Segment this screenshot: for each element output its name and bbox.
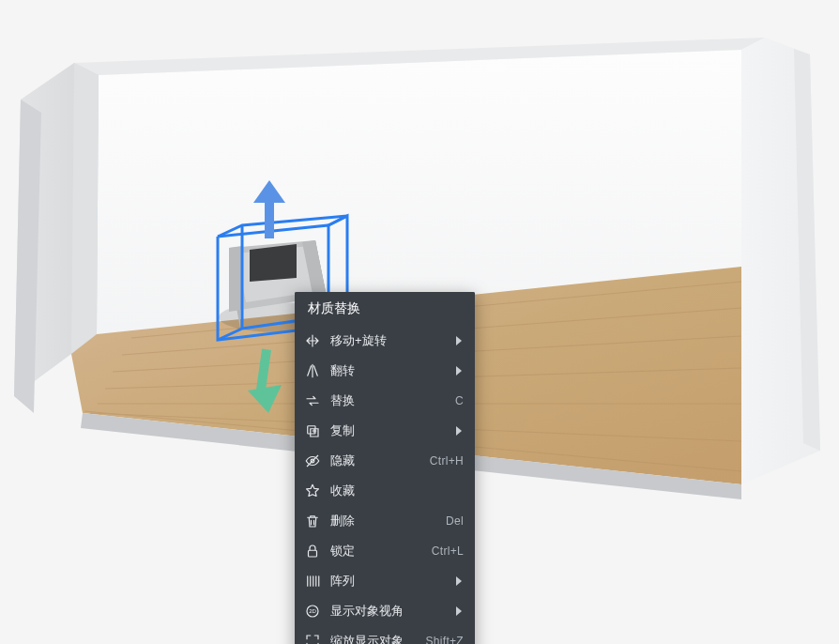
svg-rect-33 bbox=[309, 550, 317, 557]
chevron-right-icon bbox=[456, 365, 464, 376]
zoom-fit-icon bbox=[304, 633, 321, 644]
menu-item-label: 阵列 bbox=[330, 573, 447, 590]
lock-icon bbox=[304, 543, 321, 560]
copy-icon bbox=[304, 422, 321, 439]
menu-item-lock[interactable]: 锁定 Ctrl+L bbox=[295, 536, 475, 566]
menu-item-array[interactable]: 阵列 bbox=[295, 566, 475, 596]
menu-item-label: 显示对象视角 bbox=[330, 603, 447, 620]
chevron-right-icon bbox=[456, 335, 464, 346]
menu-item-shortcut: Shift+Z bbox=[420, 635, 464, 644]
menu-item-label: 收藏 bbox=[330, 483, 411, 499]
svg-marker-22 bbox=[250, 244, 297, 282]
array-icon bbox=[304, 573, 321, 590]
chevron-right-icon bbox=[456, 575, 464, 587]
menu-item-label: 缩放显示对象 bbox=[330, 633, 411, 644]
svg-marker-5 bbox=[71, 63, 99, 354]
menu-item-delete[interactable]: 删除 Del bbox=[295, 506, 475, 536]
menu-item-copy[interactable]: 复制 bbox=[295, 416, 475, 446]
menu-item-label: 隐藏 bbox=[330, 452, 411, 469]
favorite-icon bbox=[304, 483, 321, 499]
menu-item-replace[interactable]: 替换 C bbox=[295, 386, 475, 416]
context-menu-header: 材质替换 bbox=[295, 292, 475, 326]
chevron-right-icon bbox=[456, 606, 464, 617]
menu-item-label: 删除 bbox=[330, 513, 411, 529]
menu-item-shortcut: Del bbox=[420, 514, 464, 528]
menu-item-flip[interactable]: 翻转 bbox=[295, 356, 475, 386]
svg-marker-23 bbox=[229, 246, 242, 312]
hide-icon bbox=[304, 452, 321, 469]
menu-item-label: 复制 bbox=[330, 422, 447, 439]
menu-item-label: 替换 bbox=[330, 392, 411, 409]
svg-text:2D: 2D bbox=[309, 608, 316, 614]
replace-icon bbox=[304, 392, 321, 409]
menu-item-shortcut: Ctrl+L bbox=[420, 544, 464, 558]
flip-icon bbox=[304, 362, 321, 379]
menu-item-label: 移动+旋转 bbox=[330, 332, 447, 349]
menu-item-favorite[interactable]: 收藏 bbox=[295, 476, 475, 506]
menu-item-shortcut: Ctrl+H bbox=[420, 454, 464, 468]
move-rotate-icon bbox=[304, 332, 321, 349]
menu-item-hide[interactable]: 隐藏 Ctrl+H bbox=[295, 446, 475, 476]
svg-rect-26 bbox=[265, 201, 274, 238]
context-menu[interactable]: 材质替换 移动+旋转 翻转 替换 C 复制 隐藏 Ctrl+H bbox=[295, 292, 475, 644]
menu-item-zoom-fit-object[interactable]: 缩放显示对象 Shift+Z bbox=[295, 626, 475, 644]
view-2d-icon: 2D bbox=[304, 603, 321, 620]
menu-item-shortcut: C bbox=[420, 394, 464, 407]
menu-item-label: 锁定 bbox=[330, 543, 411, 560]
delete-icon bbox=[304, 513, 321, 529]
menu-item-move-rotate[interactable]: 移动+旋转 bbox=[295, 326, 475, 356]
chevron-right-icon bbox=[456, 425, 464, 437]
menu-item-label: 翻转 bbox=[330, 362, 447, 379]
menu-item-show-object-view[interactable]: 2D 显示对象视角 bbox=[295, 596, 475, 626]
